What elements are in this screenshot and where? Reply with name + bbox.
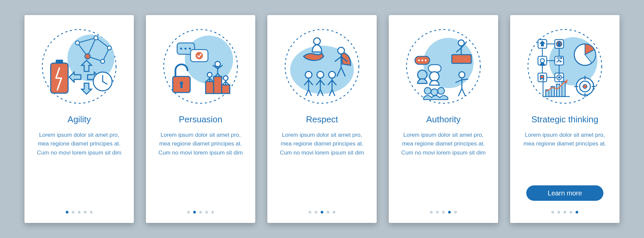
card-title: Agility (67, 114, 91, 125)
svg-point-56 (459, 72, 465, 78)
pagination-dots (551, 211, 578, 214)
dot-2[interactable] (193, 211, 196, 214)
svg-point-49 (425, 60, 427, 61)
svg-rect-29 (206, 81, 214, 94)
dot-2[interactable] (315, 211, 317, 214)
svg-point-33 (207, 72, 212, 77)
onboarding-card-strategic-thinking: $ (510, 15, 620, 223)
card-body: Lorem ipsum dolor sit amet pro, mea regi… (520, 131, 609, 148)
card-title: Persuasion (179, 114, 222, 125)
dot-1[interactable] (66, 211, 68, 214)
dot-3[interactable] (78, 211, 80, 214)
dot-4[interactable] (84, 211, 87, 214)
dot-3[interactable] (199, 211, 202, 214)
svg-point-25 (184, 48, 186, 50)
card-body: Lorem ipsum dolor sit amet pro, mea regi… (277, 131, 367, 206)
strategic-thinking-icon: $ (523, 24, 607, 108)
svg-point-11 (94, 36, 98, 40)
onboarding-card-persuasion: Persuasion Lorem ipsum dolor sit amet pr… (146, 15, 255, 223)
pagination-dots (187, 211, 214, 214)
svg-point-24 (180, 48, 182, 50)
respect-icon (280, 24, 364, 108)
svg-point-32 (215, 61, 220, 67)
svg-point-47 (418, 60, 420, 61)
dot-4[interactable] (448, 211, 451, 214)
svg-point-12 (107, 46, 111, 50)
dot-2[interactable] (436, 211, 439, 214)
dot-1[interactable] (551, 211, 554, 214)
svg-point-34 (223, 76, 228, 80)
svg-point-10 (75, 41, 79, 45)
svg-rect-22 (180, 84, 182, 88)
dot-4[interactable] (205, 211, 208, 214)
dot-4[interactable] (327, 211, 329, 214)
dot-5[interactable] (454, 211, 457, 214)
dot-5[interactable] (211, 211, 214, 214)
agility-icon (37, 24, 121, 108)
pagination-dots (66, 211, 93, 214)
persuasion-icon (159, 24, 243, 108)
svg-point-41 (329, 71, 335, 78)
svg-point-48 (422, 60, 423, 61)
onboarding-card-respect: Respect Lorem ipsum dolor sit amet pro, … (267, 15, 377, 223)
card-body: Lorem ipsum dolor sit amet pro, mea regi… (35, 131, 124, 206)
svg-point-38 (338, 47, 344, 54)
svg-point-55 (438, 87, 444, 94)
dot-3[interactable] (564, 211, 566, 214)
svg-point-54 (431, 89, 438, 96)
svg-text:$: $ (558, 42, 560, 47)
dot-1[interactable] (187, 211, 190, 214)
svg-rect-31 (222, 85, 230, 94)
card-body: Lorem ipsum dolor sit amet pro, mea regi… (156, 131, 245, 206)
svg-point-26 (189, 48, 191, 50)
dot-2[interactable] (72, 211, 74, 214)
svg-point-69 (558, 77, 560, 78)
svg-rect-3 (56, 60, 63, 64)
svg-point-37 (314, 38, 320, 45)
card-title: Respect (306, 114, 338, 125)
svg-rect-44 (452, 55, 471, 63)
svg-rect-30 (214, 76, 222, 94)
svg-point-86 (583, 84, 587, 88)
learn-more-button[interactable]: Learn more (526, 185, 603, 201)
svg-point-40 (317, 71, 324, 78)
dot-3[interactable] (321, 211, 323, 214)
dot-2[interactable] (557, 211, 560, 214)
svg-point-52 (430, 72, 439, 81)
dot-5[interactable] (90, 211, 93, 214)
onboarding-card-agility: Agility Lorem ipsum dolor sit amet pro, … (24, 15, 134, 223)
dot-5[interactable] (576, 211, 578, 214)
dot-4[interactable] (570, 211, 572, 214)
svg-point-51 (418, 70, 427, 79)
dot-3[interactable] (442, 211, 445, 214)
card-body: Lorem ipsum dolor sit amet pro, mea regi… (399, 131, 488, 206)
svg-point-13 (101, 59, 105, 63)
svg-rect-50 (428, 65, 441, 72)
dot-5[interactable] (333, 211, 335, 214)
svg-rect-82 (556, 84, 560, 97)
pagination-dots (430, 211, 457, 214)
dot-1[interactable] (430, 211, 433, 214)
pagination-dots (309, 211, 335, 214)
card-title: Strategic thinking (531, 114, 598, 125)
svg-point-14 (85, 54, 90, 59)
card-title: Authority (426, 114, 461, 125)
onboarding-card-authority: Authority Lorem ipsum dolor sit amet pro… (389, 15, 498, 223)
authority-icon (401, 24, 485, 108)
svg-point-28 (196, 52, 203, 59)
svg-point-53 (424, 87, 431, 94)
svg-point-39 (305, 71, 312, 78)
dot-1[interactable] (309, 211, 311, 214)
